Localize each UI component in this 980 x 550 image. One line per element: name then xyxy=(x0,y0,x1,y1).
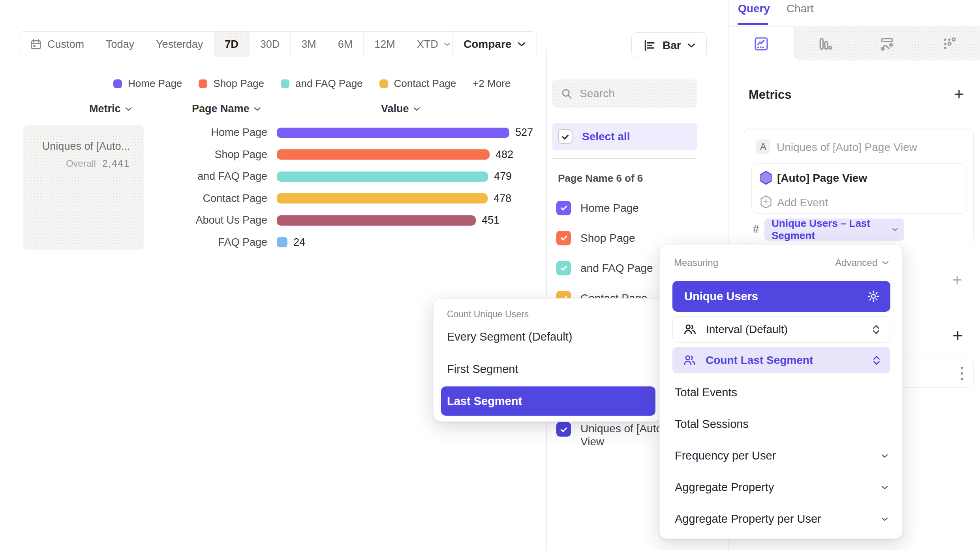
search-icon xyxy=(561,88,573,100)
add-metric-button[interactable]: + xyxy=(954,85,964,103)
range-3m-button[interactable]: 3M xyxy=(291,32,327,57)
legend-swatch xyxy=(379,79,388,88)
advanced-toggle[interactable]: Advanced xyxy=(835,257,889,268)
horizontal-bar-chart-icon xyxy=(643,39,656,52)
checkbox-checked[interactable] xyxy=(556,201,571,215)
chart-type-tab-insights-active[interactable] xyxy=(729,27,794,60)
date-range-segmented-control: Custom Today Yesterday 7D 30D 3M 6M 12M … xyxy=(19,31,462,57)
hash-symbol: # xyxy=(753,223,759,235)
search-box[interactable] xyxy=(552,79,697,107)
event-name[interactable]: [Auto] Page View xyxy=(777,172,867,185)
gear-icon[interactable] xyxy=(867,290,880,303)
option-first-segment[interactable]: First Segment xyxy=(447,363,518,376)
bar-row: FAQ Page 24 xyxy=(154,232,533,254)
column-header-value[interactable]: Value xyxy=(381,103,420,115)
bar-and-faq-page[interactable] xyxy=(277,171,488,182)
bar-faq-page[interactable] xyxy=(277,237,287,247)
count-last-segment-selector[interactable]: Count Last Segment xyxy=(672,347,890,373)
checkbox-checked[interactable] xyxy=(556,261,571,275)
range-6m-button[interactable]: 6M xyxy=(327,32,364,57)
chart-legend: Home Page Shop Page and FAQ Page Contact… xyxy=(113,77,511,90)
users-icon xyxy=(683,354,696,367)
chart-type-dropdown[interactable]: Bar xyxy=(631,32,707,58)
range-custom-label: Custom xyxy=(47,38,84,51)
range-12m-button[interactable]: 12M xyxy=(364,32,406,57)
add-breakdown-button[interactable]: + xyxy=(952,326,963,345)
search-input[interactable] xyxy=(580,87,678,100)
bar-row: Contact Page 478 xyxy=(154,188,533,210)
legend-swatch xyxy=(281,79,289,88)
range-7d-button[interactable]: 7D xyxy=(214,32,250,57)
stepper-icon xyxy=(872,324,880,335)
kebab-menu-icon[interactable] xyxy=(961,367,963,380)
chart-type-tab-group xyxy=(794,27,980,60)
metric-overall: Overall2,441 xyxy=(23,158,130,169)
event-card: [Auto] Page View Add Event xyxy=(751,163,967,214)
list-divider xyxy=(552,158,697,159)
interval-selector[interactable]: Interval (Default) xyxy=(672,316,890,343)
calendar-icon xyxy=(30,38,42,50)
range-today-button[interactable]: Today xyxy=(95,32,145,57)
legend-item[interactable]: Home Page xyxy=(113,77,182,90)
filter-group-label: Page Name 6 of 6 xyxy=(558,172,643,185)
add-filter-button[interactable]: + xyxy=(952,272,962,288)
measure-selector-pill[interactable]: Unique Users – Last Segment xyxy=(764,218,904,241)
range-yesterday-button[interactable]: Yesterday xyxy=(145,32,214,57)
bar-about-us-page[interactable] xyxy=(277,215,476,226)
filter-item-home-page[interactable]: Home Page xyxy=(552,196,702,220)
checkbox-checked[interactable] xyxy=(556,422,571,437)
column-header-page-name[interactable]: Page Name xyxy=(192,103,261,115)
option-last-segment-selected[interactable]: Last Segment xyxy=(441,386,655,416)
option-frequency-per-user[interactable]: Frequency per User xyxy=(675,449,888,462)
active-tab-underline xyxy=(738,23,768,25)
check-icon xyxy=(559,264,568,272)
add-event-button[interactable]: Add Event xyxy=(777,196,828,209)
range-30d-button[interactable]: 30D xyxy=(250,32,291,57)
measuring-title: Measuring xyxy=(674,257,718,268)
bar-shop-page[interactable] xyxy=(277,149,490,160)
bar-home-page[interactable] xyxy=(277,128,509,138)
select-all-checkbox[interactable] xyxy=(558,129,573,144)
tab-query[interactable]: Query xyxy=(738,2,770,15)
users-icon xyxy=(683,323,697,336)
option-total-sessions[interactable]: Total Sessions xyxy=(675,418,888,431)
chevron-down-icon xyxy=(882,261,889,265)
legend-more-link[interactable]: +2 More xyxy=(473,77,511,90)
legend-item[interactable]: Shop Page xyxy=(199,77,264,90)
insights-line-chart-icon xyxy=(753,36,769,52)
chart-type-tab-funnels[interactable] xyxy=(794,27,856,60)
select-all-row[interactable]: Select all xyxy=(552,123,697,150)
metric-letter-badge: A xyxy=(756,139,770,154)
checkbox-checked[interactable] xyxy=(556,231,571,245)
option-aggregate-property-per-user[interactable]: Aggregate Property per User xyxy=(675,512,888,526)
bar-row: Shop Page 482 xyxy=(154,144,533,166)
popover-title: Count Unique Users xyxy=(447,309,529,320)
check-icon xyxy=(559,425,568,434)
count-unique-users-popover: Count Unique Users Every Segment (Defaul… xyxy=(433,298,663,422)
range-custom-button[interactable]: Custom xyxy=(19,32,95,57)
metric-row-label: Uniques of [Auto] Page View xyxy=(777,141,917,154)
analytics-report-page: Custom Today Yesterday 7D 30D 3M 6M 12M … xyxy=(0,0,980,550)
legend-item[interactable]: Contact Page xyxy=(379,77,456,90)
stepper-icon xyxy=(872,355,881,365)
chevron-down-icon xyxy=(687,43,695,48)
unique-users-selected-option[interactable]: Unique Users xyxy=(672,281,890,312)
column-header-metric[interactable]: Metric xyxy=(89,103,132,115)
legend-item[interactable]: and FAQ Page xyxy=(281,77,363,90)
check-icon xyxy=(559,234,568,242)
bar-contact-page[interactable] xyxy=(277,193,488,203)
chart-type-tab-retention[interactable] xyxy=(918,27,980,60)
metric-title: Uniques of [Auto... xyxy=(23,140,130,153)
check-icon xyxy=(561,132,570,141)
bar-row: and FAQ Page 479 xyxy=(154,166,533,188)
retention-icon xyxy=(941,36,957,52)
option-every-segment[interactable]: Every Segment (Default) xyxy=(447,330,573,343)
option-aggregate-property[interactable]: Aggregate Property xyxy=(675,481,888,494)
metric-summary-cell[interactable]: Uniques of [Auto... Overall2,441 xyxy=(23,125,144,250)
compare-button[interactable]: Compare xyxy=(452,31,537,57)
option-total-events[interactable]: Total Events xyxy=(675,386,888,399)
tab-chart[interactable]: Chart xyxy=(787,2,813,15)
chart-type-tab-flows[interactable] xyxy=(856,27,918,60)
chevron-down-icon xyxy=(881,486,888,490)
chevron-down-icon xyxy=(518,42,526,47)
